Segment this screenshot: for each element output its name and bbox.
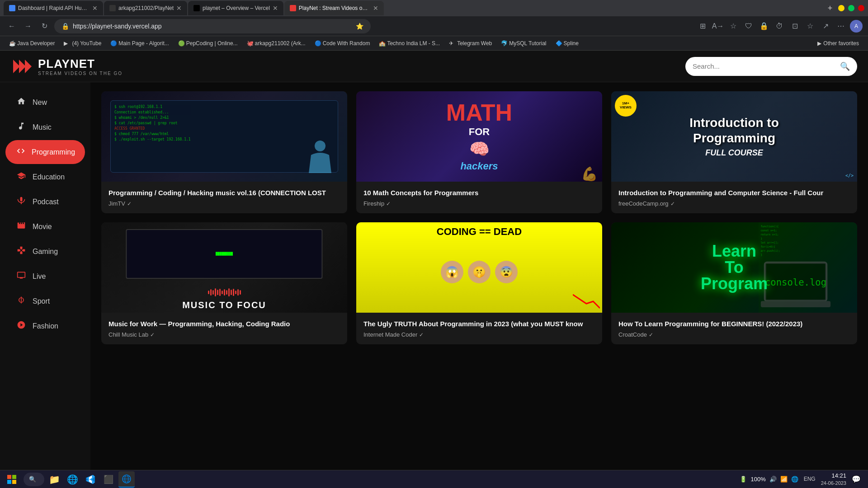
sidebar-label-podcast: Podcast: [33, 198, 59, 206]
video-card[interactable]: MATH FOR 🧠 hackers 💪 10 Math Concepts fo…: [356, 91, 602, 213]
sidebar-item-music[interactable]: Music: [5, 115, 85, 139]
settings-icon[interactable]: ⋯: [835, 20, 847, 33]
bookmark-item[interactable]: 🔵Main Page - Algorit...: [107, 39, 172, 47]
taskbar-browser[interactable]: [118, 471, 135, 488]
education-icon: [16, 171, 26, 183]
video-title: Introduction to Programming and Computer…: [618, 188, 850, 197]
browser-tab-tab1[interactable]: Dashboard | Rapid API Hub | De... ✕: [4, 1, 103, 15]
sidebar-label-sport: Sport: [33, 297, 50, 305]
sidebar-item-education[interactable]: Education: [5, 165, 85, 189]
new-tab-button[interactable]: +: [824, 2, 836, 14]
svg-rect-10: [7, 480, 11, 484]
volume-icon: 🔊: [769, 476, 777, 483]
sidebar-toggle[interactable]: ⊡: [788, 20, 801, 33]
tab-close-button[interactable]: ✕: [92, 5, 98, 12]
bookmark-item[interactable]: 🐬MySQL Tutorial: [497, 39, 550, 47]
podcast-icon: [16, 196, 26, 207]
bookmark-label: Code With Random: [323, 40, 370, 47]
bookmark-item[interactable]: 🔵Code With Random: [311, 39, 374, 47]
video-thumbnail: █████████ MUSIC TO FOCU: [101, 222, 347, 313]
translate-icon[interactable]: A→: [712, 20, 724, 33]
sidebar-item-gaming[interactable]: Gaming: [5, 239, 85, 263]
svg-text:console.log: console.log: [765, 277, 826, 288]
maximize-button[interactable]: [848, 5, 854, 11]
search-button[interactable]: 🔍: [840, 61, 850, 71]
sidebar-item-programming[interactable]: Programming: [5, 140, 85, 164]
bookmark-label: (4) YouTube: [72, 40, 101, 47]
sidebar-item-movie[interactable]: Movie: [5, 215, 85, 239]
channel-name: Internet Made Coder: [363, 331, 417, 338]
notification-icon[interactable]: 💬: [852, 475, 861, 483]
channel-name: JimTV: [108, 200, 125, 207]
profile-icon[interactable]: A: [850, 20, 863, 33]
bookmark-item[interactable]: ☕Java Developer: [5, 39, 58, 47]
sidebar-item-fashion[interactable]: Fashion: [5, 314, 85, 338]
sidebar-item-podcast[interactable]: Podcast: [5, 190, 85, 214]
bookmark-label: Spline: [564, 40, 579, 47]
close-button[interactable]: [858, 5, 864, 11]
start-button[interactable]: [4, 471, 20, 488]
other-favorites[interactable]: ▶Other favorites: [814, 39, 863, 47]
video-info: Music for Work — Programming, Hacking, C…: [101, 313, 347, 344]
lock-icon[interactable]: 🔒: [758, 20, 770, 33]
search-input[interactable]: [693, 62, 835, 70]
sidebar-label-fashion: Fashion: [33, 322, 58, 330]
content-area: $ ssh root@192.168.1.1 Connection establ…: [90, 82, 868, 470]
video-card[interactable]: function(){ const x=1; return x+1;}let a…: [611, 222, 857, 344]
minimize-button[interactable]: [838, 5, 844, 11]
video-card[interactable]: CODING == DEAD 😱 🤫 😨 The Ugly TRUTH Abou…: [356, 222, 602, 344]
shield-icon[interactable]: 🛡: [742, 20, 755, 33]
back-button[interactable]: ←: [5, 20, 18, 33]
svg-marker-1: [19, 60, 26, 73]
browser-tab-tab4[interactable]: PlayNet : Stream Videos on the ... ✕: [284, 1, 384, 15]
bookmark-label: PepCoding | Online...: [186, 40, 238, 47]
taskbar-edge[interactable]: 🌐: [64, 471, 80, 488]
bookmark-favicon: ▶: [64, 40, 70, 47]
video-card[interactable]: █████████ MUSIC TO FOCU Music for Work —…: [101, 222, 347, 344]
browser-tab-tab2[interactable]: arkapg211002/PlayNet ✕: [104, 1, 187, 15]
history-icon[interactable]: ⏱: [773, 20, 786, 33]
forward-button[interactable]: →: [22, 20, 34, 33]
tab-close-button[interactable]: ✕: [176, 5, 182, 12]
address-bar[interactable]: 🔒 https://playnet-sandy.vercel.app ⭐: [54, 19, 371, 33]
live-icon: [16, 271, 26, 282]
tab-title: arkapg211002/PlayNet: [118, 5, 174, 11]
video-title: Programming / Coding / Hacking music vol…: [108, 188, 340, 197]
sidebar-label-education: Education: [33, 173, 65, 181]
verified-badge: ✓: [150, 332, 155, 338]
main-layout: New Music Programming Education Podcast …: [0, 82, 868, 470]
time-display: 14:21: [821, 472, 846, 480]
window-controls: [838, 5, 864, 11]
video-channel: Chill Music Lab ✓: [108, 331, 340, 338]
video-card[interactable]: 1M+VIEWS Introduction toProgramming FULL…: [611, 91, 857, 213]
video-card[interactable]: $ ssh root@192.168.1.1 Connection establ…: [101, 91, 347, 213]
bookmark-item[interactable]: 🟢PepCoding | Online...: [175, 39, 241, 47]
taskbar-terminal[interactable]: ⬛: [100, 471, 117, 488]
header-search[interactable]: 🔍: [685, 57, 857, 76]
sidebar-item-new[interactable]: New: [5, 90, 85, 114]
taskbar-time: 14:21 24-06-2023: [821, 472, 846, 487]
sidebar-item-sport[interactable]: Sport: [5, 289, 85, 313]
taskbar-file-explorer[interactable]: 📁: [46, 471, 62, 488]
taskbar-vscode[interactable]: [82, 471, 99, 488]
share-icon[interactable]: ↗: [819, 20, 832, 33]
tab-close-button[interactable]: ✕: [373, 5, 378, 12]
channel-name: Fireship: [363, 200, 384, 207]
bookmark-item[interactable]: 🐙arkapg211002 (Ark...: [243, 39, 309, 47]
collection-icon[interactable]: ☆: [804, 20, 816, 33]
bookmark-icon[interactable]: ☆: [727, 20, 740, 33]
bookmark-item[interactable]: ✈Telegram Web: [445, 39, 495, 47]
bookmark-item[interactable]: 🏫Techno India LM - S...: [375, 39, 443, 47]
refresh-button[interactable]: ↻: [38, 20, 51, 33]
browser-tab-tab3[interactable]: playnet – Overview – Vercel ✕: [188, 1, 283, 15]
tab-close-button[interactable]: ✕: [273, 5, 278, 12]
sidebar-label-movie: Movie: [33, 223, 52, 231]
bookmark-item[interactable]: ▶(4) YouTube: [60, 39, 105, 47]
video-thumbnail: CODING == DEAD 😱 🤫 😨: [356, 222, 602, 313]
toolbar-icons: ⊞ A→ ☆ 🛡 🔒 ⏱ ⊡ ☆ ↗ ⋯ A: [696, 20, 863, 33]
taskbar-search-bar[interactable]: 🔍: [24, 473, 44, 486]
grid-icon[interactable]: ⊞: [696, 20, 709, 33]
sidebar-item-live[interactable]: Live: [5, 264, 85, 288]
bookmark-item[interactable]: 🔷Spline: [552, 39, 582, 47]
browser-chrome: Dashboard | Rapid API Hub | De... ✕ arka…: [0, 0, 868, 51]
